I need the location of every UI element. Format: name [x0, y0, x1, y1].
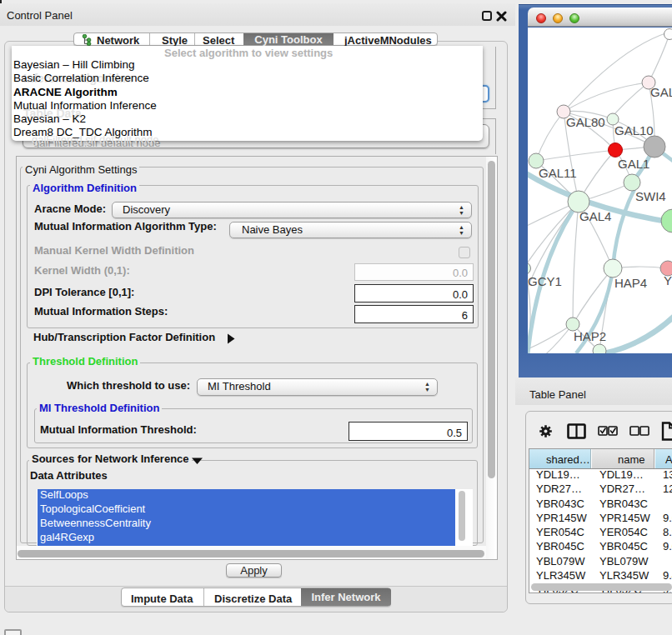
- svg-text:GAL10: GAL10: [614, 123, 654, 138]
- svg-text:SWI4: SWI4: [635, 189, 666, 203]
- svg-text:GAL80: GAL80: [566, 115, 605, 129]
- svg-text:GAL1: GAL1: [618, 157, 649, 171]
- svg-text:Y: Y: [664, 273, 672, 288]
- svg-text:HAP2: HAP2: [574, 329, 606, 343]
- svg-text:HAP4: HAP4: [614, 276, 647, 290]
- svg-text:GCY1: GCY1: [528, 274, 562, 288]
- svg-text:GAL11: GAL11: [539, 166, 577, 180]
- svg-text:GAL7: GAL7: [650, 85, 672, 99]
- svg-text:GAL4: GAL4: [579, 209, 611, 223]
